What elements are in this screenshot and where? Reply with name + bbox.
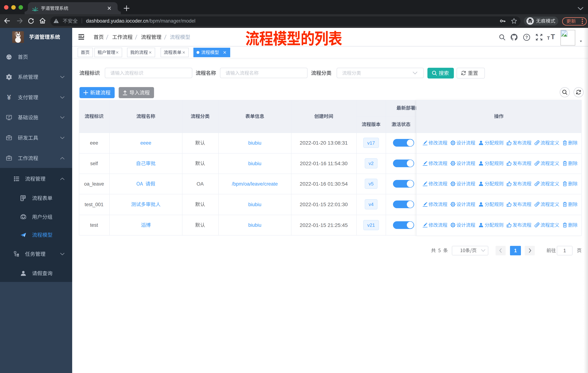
svg-text:¥: ¥ — [7, 94, 11, 101]
svg-text:dashboard.yudao.iocoder.cn: dashboard.yudao.iocoder.cn — [86, 18, 148, 24]
svg-text:biubiu: biubiu — [248, 161, 261, 166]
svg-text:v17: v17 — [367, 140, 375, 146]
svg-text:v21: v21 — [367, 222, 375, 228]
svg-text:/bpm/oa/leave/create: /bpm/oa/leave/create — [232, 181, 278, 187]
svg-text:2022-01-20 13:08:31: 2022-01-20 13:08:31 — [300, 140, 348, 146]
svg-text:T: T — [547, 35, 550, 41]
svg-text:v4: v4 — [368, 202, 373, 207]
svg-text:v5: v5 — [368, 181, 373, 186]
svg-text:1: 1 — [563, 248, 566, 253]
svg-text:test_001: test_001 — [84, 202, 104, 207]
svg-text:eee: eee — [90, 140, 98, 146]
svg-text:test: test — [90, 222, 98, 228]
svg-text:?: ? — [525, 35, 528, 40]
svg-text:/bpm/manager/model: /bpm/manager/model — [148, 18, 195, 24]
svg-text:self: self — [90, 161, 98, 166]
svg-text:OA: OA — [197, 181, 204, 187]
svg-text:2022-01-16 11:54:30: 2022-01-16 11:54:30 — [300, 161, 347, 166]
svg-text:1: 1 — [514, 248, 517, 253]
svg-text:biubiu: biubiu — [248, 222, 261, 228]
svg-text:eeee: eeee — [140, 140, 151, 146]
svg-text:v2: v2 — [368, 161, 373, 166]
svg-text:2022-01-16 01:30:54: 2022-01-16 01:30:54 — [300, 181, 348, 187]
svg-text:2022-01-15 22:01:30: 2022-01-15 22:01:30 — [300, 202, 348, 207]
svg-text:2022-01-15 21:25:45: 2022-01-15 21:25:45 — [300, 222, 348, 228]
svg-text:biubiu: biubiu — [248, 140, 261, 146]
svg-text:biubiu: biubiu — [248, 202, 261, 207]
svg-text:T: T — [551, 33, 555, 40]
svg-text:oa_leave: oa_leave — [84, 181, 104, 187]
